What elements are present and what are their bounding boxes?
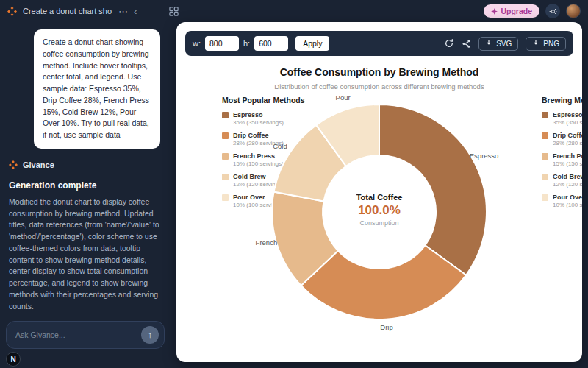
legend-label: Drip Coffee (553, 132, 582, 139)
legend-title: Brewing Method (542, 96, 582, 105)
legend-detail: 12% (120 servings) (553, 181, 582, 188)
legend-item[interactable]: Cold Brew12% (120 servings) (542, 173, 582, 188)
height-input[interactable] (254, 36, 288, 51)
refresh-icon[interactable] (444, 38, 454, 49)
composer-input[interactable] (15, 330, 141, 339)
legend-items: Espresso35% (350 servings)Drip Coffee28%… (542, 111, 582, 208)
download-icon (532, 40, 539, 47)
donut-slice-espresso[interactable] (379, 105, 487, 275)
grid-icon[interactable] (169, 7, 179, 16)
slice-label: Espresso (470, 152, 499, 160)
legend-label: French Press (553, 152, 582, 160)
slice-label: Drip (380, 323, 392, 331)
width-label: w: (193, 39, 201, 48)
legend-detail: 28% (280 servings) (553, 140, 582, 146)
theme-toggle-button[interactable] (545, 4, 560, 18)
legend-label: Espresso (553, 111, 582, 118)
n-logo[interactable]: N (6, 352, 21, 367)
generation-status-body: Modified the donut chart to display coff… (9, 197, 162, 313)
share-icon[interactable] (462, 39, 471, 49)
svg-label: SVG (496, 40, 512, 48)
app-logo-icon (7, 7, 17, 16)
chat-sidebar: Create a donut chart showing coffee cons… (0, 22, 171, 368)
height-label: h: (243, 39, 250, 48)
chevron-left-icon[interactable]: ‹ (134, 7, 137, 16)
legend-detail: 10% (100 servings) (553, 202, 582, 208)
legend-swatch (542, 194, 548, 201)
legend-swatch (542, 153, 548, 160)
apply-button[interactable]: Apply (295, 36, 329, 51)
upgrade-label: Upgrade (501, 7, 532, 15)
givance-logo-icon (9, 160, 18, 170)
sparkle-icon (491, 8, 498, 15)
user-avatar[interactable] (566, 4, 581, 18)
upgrade-button[interactable]: Upgrade (484, 4, 539, 18)
legend-item[interactable]: Pour Over10% (100 servings) (542, 194, 582, 208)
assistant-brand-row: Givance (9, 160, 162, 170)
chart-toolbar: w: h: Apply SVG PNG (185, 31, 573, 56)
legend-swatch (542, 132, 548, 139)
legend-detail: 35% (350 servings) (553, 119, 582, 126)
legend-label: Pour Over (553, 194, 582, 201)
generation-status-title: Generation complete (9, 180, 162, 191)
legend-swatch (222, 112, 229, 118)
legend-swatch (542, 174, 548, 180)
legend-swatch (222, 194, 229, 201)
slice-label: French (256, 238, 278, 247)
legend-item[interactable]: Drip Coffee28% (280 servings) (542, 132, 582, 146)
export-png-button[interactable]: PNG (526, 37, 566, 51)
legend-detail: 15% (150 servings) (553, 160, 582, 167)
sun-icon (549, 7, 557, 15)
legend-label: Cold Brew (553, 173, 582, 180)
legend-swatch (222, 174, 229, 180)
legend-swatch (222, 153, 229, 160)
png-label: PNG (543, 40, 559, 48)
width-input[interactable] (205, 36, 239, 51)
conversation-title: Create a donut chart showing c... (23, 7, 112, 15)
export-svg-button[interactable]: SVG (478, 37, 518, 51)
donut-chart: EspressoDripFrenchColdPour (240, 72, 519, 352)
user-message-bubble: Create a donut chart showing coffee cons… (34, 29, 160, 149)
brand-name: Givance (23, 160, 54, 169)
legend-item[interactable]: Espresso35% (350 servings) (542, 111, 582, 126)
slice-label: Pour (336, 93, 351, 102)
legend-brewing-method: Brewing Method Espresso35% (350 servings… (542, 96, 582, 214)
top-bar: Create a donut chart showing c... ⋯ ‹ Up… (0, 0, 588, 22)
legend-swatch (222, 132, 229, 139)
send-button[interactable]: ↑ (141, 326, 159, 344)
legend-swatch (542, 112, 548, 118)
download-icon (485, 40, 492, 47)
legend-item[interactable]: French Press15% (150 servings) (542, 152, 582, 167)
more-menu-icon[interactable]: ⋯ (118, 7, 128, 16)
slice-label: Cold (273, 142, 287, 150)
chart-canvas-card: w: h: Apply SVG PNG (176, 22, 582, 362)
message-composer: ↑ (6, 321, 165, 349)
